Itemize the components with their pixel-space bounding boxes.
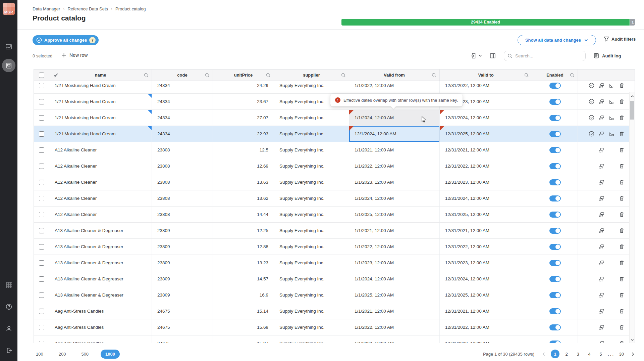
change-history-icon[interactable]: [609, 131, 614, 137]
column-header-supplier[interactable]: supplier: [274, 70, 349, 81]
cell-valid-to[interactable]: 12/31/2021, 12:00 AM: [440, 142, 532, 158]
cell-valid-to[interactable]: 12/31/2024, 12:00 AM: [440, 190, 532, 206]
next-page-icon[interactable]: [631, 352, 635, 356]
breadcrumb-item[interactable]: Data Manager: [33, 6, 60, 11]
row-checkbox[interactable]: [39, 147, 44, 153]
cell-unitprice[interactable]: 13.63: [213, 174, 274, 190]
row-checkbox[interactable]: [39, 276, 44, 282]
sidebar-item-profile[interactable]: [2, 322, 15, 335]
cell-name[interactable]: A13 Alkaline Cleaner & Degreaser: [49, 239, 152, 255]
cell-supplier[interactable]: Supply Everything Inc.: [274, 207, 349, 222]
audit-log-button[interactable]: Audit log: [593, 53, 621, 59]
delete-row-icon[interactable]: [619, 276, 625, 282]
enabled-toggle[interactable]: [549, 308, 561, 314]
cell-valid-to[interactable]: 12/31/2023, 12:00 AM: [440, 255, 532, 271]
delete-row-icon[interactable]: [619, 131, 625, 137]
cell-unitprice[interactable]: 12.88: [213, 239, 274, 255]
enabled-toggle[interactable]: [549, 244, 561, 250]
delete-row-icon[interactable]: [619, 341, 625, 343]
cell-code[interactable]: 23809: [152, 239, 213, 255]
cell-valid-to[interactable]: 12/31/2022, 12:00 AM: [440, 319, 532, 335]
cell-name[interactable]: A12 Alkaline Cleaner: [49, 142, 152, 158]
vertical-scrollbar[interactable]: [629, 92, 635, 343]
delete-row-icon[interactable]: [619, 244, 625, 250]
cell-valid-to[interactable]: 12/31/2023, 12:00 AM: [440, 174, 532, 190]
duplicate-row-icon[interactable]: [599, 99, 604, 104]
cell-code[interactable]: 24675: [152, 319, 213, 335]
delete-row-icon[interactable]: [619, 260, 625, 266]
cell-valid-from[interactable]: 12/1/2024, 12:00 AM: [349, 126, 440, 142]
cell-unitprice[interactable]: 15.97: [213, 335, 274, 343]
search-input[interactable]: [515, 53, 582, 58]
column-header-unitprice[interactable]: unitPrice: [213, 70, 274, 81]
enabled-toggle[interactable]: [549, 212, 561, 218]
enabled-toggle[interactable]: [549, 324, 561, 330]
cell-valid-from[interactable]: 1/1/2022, 12:00 AM: [349, 239, 440, 255]
cell-code[interactable]: 23809: [152, 255, 213, 271]
columns-icon[interactable]: [490, 53, 496, 59]
cell-unitprice[interactable]: 12.69: [213, 158, 274, 174]
cell-valid-to[interactable]: 12/31/2021, 12:00 AM: [440, 223, 532, 238]
approve-change-icon[interactable]: [589, 99, 594, 104]
cell-unitprice[interactable]: 16.9: [213, 287, 274, 303]
show-all-data-dropdown[interactable]: Show all data and changes: [518, 35, 596, 45]
column-header-valid-from[interactable]: Valid from: [349, 70, 440, 81]
page-number[interactable]: 4: [585, 350, 594, 358]
delete-row-icon[interactable]: [619, 195, 625, 201]
sidebar-item-help[interactable]: [2, 300, 15, 313]
row-checkbox[interactable]: [39, 99, 44, 104]
duplicate-row-icon[interactable]: [599, 260, 604, 266]
delete-row-icon[interactable]: [619, 212, 625, 217]
cell-name[interactable]: A12 Alkaline Cleaner: [49, 174, 152, 190]
enabled-toggle[interactable]: [549, 179, 561, 185]
page-number[interactable]: 3: [574, 350, 582, 358]
cell-valid-to[interactable]: 12/31/2022, 12:00 AM: [440, 239, 532, 255]
column-search-icon[interactable]: [341, 73, 346, 78]
row-checkbox[interactable]: [39, 180, 44, 185]
cell-supplier[interactable]: Supply Everything Inc.: [274, 142, 349, 158]
page-number[interactable]: 2: [562, 350, 571, 358]
cell-code[interactable]: 23808: [152, 174, 213, 190]
duplicate-row-icon[interactable]: [599, 163, 604, 169]
delete-row-icon[interactable]: [619, 324, 625, 330]
cell-unitprice[interactable]: 15.69: [213, 319, 274, 335]
cell-valid-to[interactable]: 12/31/2023, 12:00 AM: [440, 335, 532, 343]
duplicate-row-icon[interactable]: [599, 115, 604, 121]
cell-valid-to[interactable]: 12/31/2025, 12:00 AM: [440, 126, 532, 142]
row-checkbox[interactable]: [39, 228, 44, 233]
duplicate-row-icon[interactable]: [599, 212, 604, 217]
cell-name[interactable]: Aag Anti-Stress Candles: [49, 303, 152, 319]
enabled-toggle[interactable]: [549, 83, 561, 89]
export-options-chevron[interactable]: [478, 54, 482, 58]
page-size-option[interactable]: 100: [33, 350, 47, 358]
duplicate-row-icon[interactable]: [599, 341, 604, 343]
cell-valid-from[interactable]: 1/1/2023, 12:00 AM: [349, 174, 440, 190]
enabled-toggle[interactable]: [549, 99, 561, 105]
page-size-option[interactable]: 200: [55, 350, 69, 358]
sidebar-item-reference-data[interactable]: [2, 59, 15, 72]
prev-page-icon[interactable]: [542, 352, 546, 356]
cell-supplier[interactable]: Supply Everything Inc.: [274, 255, 349, 271]
cell-name[interactable]: A13 Alkaline Cleaner & Degreaser: [49, 255, 152, 271]
duplicate-row-icon[interactable]: [599, 244, 604, 250]
sidebar-item-apps[interactable]: [2, 278, 15, 291]
cell-name[interactable]: 1/2 l Moisturising Hand Cream: [49, 94, 152, 109]
cell-code[interactable]: 24675: [152, 303, 213, 319]
page-size-option[interactable]: 500: [78, 350, 92, 358]
column-search-icon[interactable]: [144, 73, 149, 78]
page-number[interactable]: 1: [551, 350, 559, 358]
duplicate-row-icon[interactable]: [599, 308, 604, 314]
row-checkbox[interactable]: [39, 309, 44, 314]
cell-valid-from[interactable]: 1/1/2021, 12:00 AM: [349, 223, 440, 238]
column-header-enabled[interactable]: Enabled: [532, 70, 578, 81]
cell-name[interactable]: 1/2 l Moisturising Hand Cream: [49, 126, 152, 142]
cell-supplier[interactable]: Supply Everything Inc.: [274, 223, 349, 238]
delete-row-icon[interactable]: [619, 115, 625, 121]
cell-valid-from[interactable]: 1/1/2024, 12:00 AM: [349, 271, 440, 287]
cell-code[interactable]: 23808: [152, 158, 213, 174]
row-checkbox[interactable]: [39, 131, 44, 137]
cell-unitprice[interactable]: 22.93: [213, 126, 274, 142]
delete-row-icon[interactable]: [619, 163, 625, 169]
cell-code[interactable]: 23809: [152, 271, 213, 287]
cell-valid-from[interactable]: 1/1/2025, 12:00 AM: [349, 287, 440, 303]
